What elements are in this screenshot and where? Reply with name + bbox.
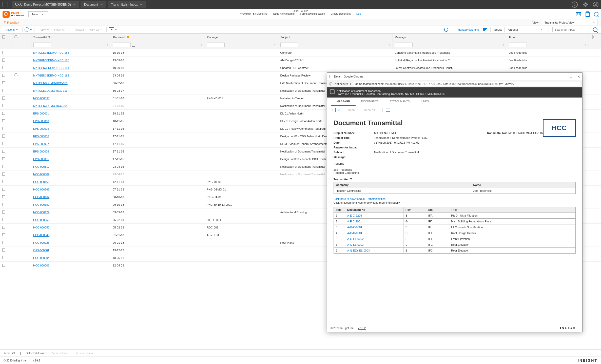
reply-all-button[interactable]: Reply All [52,27,71,32]
document-link[interactable]: A-G-EZY-EL-0003 [347,249,370,252]
document-link[interactable]: A-G-EL-0003 [347,243,364,246]
funnel-icon[interactable] [274,44,276,46]
filter-from[interactable] [509,43,527,47]
transmittal-link[interactable]: EPS-000007 [33,142,49,145]
reply-button[interactable]: Reply [36,27,51,32]
info-icon[interactable] [329,82,333,86]
transmittal-link[interactable]: EPS-000006 [33,150,49,153]
row-checkbox[interactable] [2,241,5,244]
col-message[interactable]: Message [393,34,507,41]
module-dropdown[interactable]: Document [81,1,106,8]
ql-edit[interactable]: Edit [356,12,361,15]
row-checkbox[interactable] [2,165,5,168]
col-received[interactable]: Received [111,34,205,41]
clipboard-icon[interactable] [585,11,590,17]
search-input[interactable] [552,27,590,32]
user-icon[interactable] [593,2,598,7]
search-icon[interactable] [594,12,598,16]
filter-package[interactable] [207,43,225,47]
document-link[interactable]: A-F-C-2001 [347,220,362,223]
download-all-link[interactable]: Click here to download all Transmittal f… [334,197,576,200]
row-checkbox[interactable] [2,203,5,206]
ql-link[interactable]: Issue Architect Info [273,12,295,15]
transmittal-link[interactable]: HCC-000309 [33,173,49,176]
printer-icon[interactable] [386,108,390,112]
col-transmittal-no[interactable]: Transmittal No [31,34,111,41]
tab-message[interactable]: MESSAGE [331,98,356,106]
transmittal-link[interactable]: HCC-000129 [33,211,49,214]
help-icon[interactable]: ? [572,2,578,8]
filter-received[interactable] [113,43,131,47]
forward-button[interactable]: Forward [72,27,86,32]
row-checkbox[interactable] [2,264,5,267]
transmittal-link[interactable]: HCC-000003 [33,264,49,267]
popup-add-chevron-icon[interactable] [338,109,340,111]
transmittal-link[interactable]: MKTGEN3DEMO-HCC-116 [33,89,68,92]
window-maximize-icon[interactable]: □ [570,75,572,79]
new-button[interactable]: New [28,11,48,17]
calendar-icon[interactable] [132,43,135,47]
transmittal-link[interactable]: HCC-000052 [33,226,49,229]
transmittal-link[interactable]: MKTGEN3DEMO-HCC-181 [33,82,68,85]
transmittal-link[interactable]: MKTGEN35DEMO-HCC-184 [33,66,69,69]
view-selected-link[interactable]: View selected [52,352,69,355]
url-input[interactable]: demo.teambinder.com/DocumentSuiteV17/ce5… [353,82,580,86]
transmittal-link[interactable]: EPS-000010 [33,120,49,123]
funnel-icon[interactable] [388,44,391,46]
document-link[interactable]: A-G-C-0001 [347,226,362,229]
funnel-icon[interactable] [200,44,203,46]
document-link[interactable]: A-E-C-9205 [347,214,362,217]
table-row[interactable]: MKTGEN35DEMO-HCC-18513-09-18AM-Budget-20… [0,56,601,64]
row-checkbox[interactable] [2,112,5,115]
add-dropdown-chevron-icon[interactable] [30,29,32,31]
document-link[interactable]: A-G-D-0001 [347,232,362,235]
search-submit-icon[interactable] [593,27,597,32]
row-checkbox[interactable] [2,256,5,259]
row-checkbox[interactable] [2,104,5,107]
row-checkbox[interactable] [2,59,5,62]
popup-reply-all-button[interactable]: Reply all [362,108,379,111]
view-dropdown[interactable]: Transmittal Project View [542,20,597,25]
row-checkbox[interactable] [2,173,5,176]
panel-dropdown-chevron-icon[interactable] [115,29,117,31]
row-checkbox[interactable] [2,81,5,84]
row-checkbox[interactable] [2,195,5,198]
gear-icon[interactable] [583,2,588,7]
transmittal-link[interactable]: HCC-000398 [33,97,49,100]
clear-selection-link[interactable]: Clear selection [74,352,93,355]
row-checkbox[interactable] [2,97,5,100]
row-checkbox[interactable] [2,157,5,160]
popup-add-button[interactable]: + [330,108,336,112]
transmittal-link[interactable]: HCC-000025 [33,241,49,244]
tab-links[interactable]: LINKS [415,98,434,106]
panel-button[interactable]: + [109,27,114,32]
transmittal-link[interactable]: OAS-000001 [33,249,49,252]
popup-reply-button[interactable]: Reply [346,108,360,111]
filter-sort-button[interactable]: Filter/Sort [4,21,19,24]
col-from[interactable]: From [507,34,589,41]
transmittal-link[interactable]: MKTGEN35DEMO-HCC-183 [33,74,69,77]
transmittal-link[interactable]: MKTGEN35DEMO-HCC-186 [33,51,69,54]
row-checkbox[interactable] [2,233,5,236]
ql-link[interactable]: Workflow - By Discipline [240,12,267,15]
row-checkbox[interactable] [2,89,5,92]
table-row[interactable]: MKTGEN35DEMO-HCC-18615-10-18ConcreteConc… [0,49,601,56]
transmittal-link[interactable]: HCC-000162 [33,196,49,199]
add-button[interactable]: + [25,27,29,32]
tab-documents[interactable]: DOCUMENTS [356,98,384,106]
actions-dropdown[interactable]: Actions [4,27,20,32]
row-checkbox[interactable] [2,142,5,145]
col-checkbox[interactable] [0,34,12,41]
sort-icon[interactable] [483,28,487,31]
row-checkbox[interactable] [2,66,5,69]
funnel-icon[interactable] [502,44,505,46]
row-checkbox[interactable] [2,51,5,54]
transmittal-link[interactable]: HCC-000165 [33,188,49,191]
tab-attachments[interactable]: ATTACHMENTS [384,98,415,106]
row-checkbox[interactable] [2,218,5,221]
row-checkbox[interactable] [2,226,5,229]
col-package[interactable]: Package [205,34,278,41]
filter-transmittal-no[interactable] [33,43,51,47]
filter-message[interactable] [395,43,413,47]
ql-link[interactable]: Forms awaiting action [300,12,325,15]
